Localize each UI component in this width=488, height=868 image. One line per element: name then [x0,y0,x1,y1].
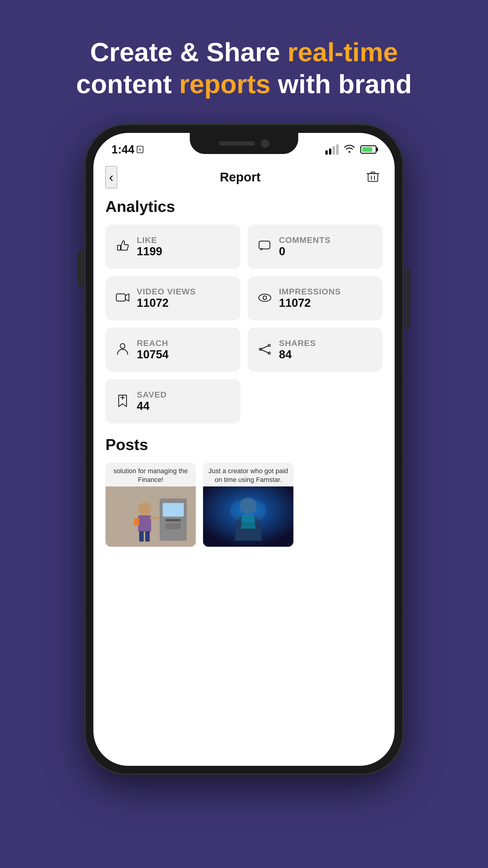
stat-label: COMMENTS [279,236,330,245]
battery-icon [360,145,377,154]
stat-info: COMMENTS 0 [279,236,330,258]
headline-accent-1: real-time [287,37,398,67]
stat-label: SAVED [137,390,167,400]
app-header: ‹ Report [105,160,383,197]
stat-info: SHARES 84 [279,338,316,361]
person-icon [115,341,131,359]
svg-rect-6 [259,241,270,249]
stat-card-shares: SHARES 84 [248,328,383,372]
post-caption-1: solution for managing the Finance! [105,463,196,487]
stat-card-reach: REACH 10754 [105,328,240,372]
page-title: Report [220,170,261,184]
thumbs-up-icon [115,238,131,255]
phone-screen: 1:44 [93,133,395,766]
stat-label: SHARES [279,338,316,348]
svg-rect-24 [138,516,151,532]
stat-row: SHARES 84 [257,338,373,361]
charge-icon [137,146,143,153]
stat-value: 1199 [137,245,162,258]
stat-card-comments: COMMENTS 0 [248,224,383,269]
svg-rect-27 [150,517,159,520]
front-camera [261,139,269,148]
stat-row: SAVED 44 [115,390,231,412]
stat-value: 10754 [137,348,169,361]
stat-row: REACH 10754 [115,338,231,361]
svg-point-9 [263,296,267,300]
trash-icon [366,179,380,184]
stats-grid: LIKE 1199 [105,224,383,424]
status-time: 1:44 [111,143,143,156]
stat-row: VIDEO VIEWS 11072 [115,287,231,310]
svg-rect-22 [166,523,181,529]
stat-info: SAVED 44 [137,390,167,412]
headline-accent-2: reports [179,69,270,99]
phone-device: 1:44 [84,124,404,775]
stat-info: VIDEO VIEWS 11072 [137,287,196,310]
stat-value: 84 [279,348,316,361]
analytics-title: Analytics [105,197,383,216]
svg-rect-5 [118,245,121,250]
stat-label: LIKE [137,236,162,245]
stat-info: IMPRESSIONS 11072 [279,287,341,310]
notch [190,133,298,154]
posts-grid: solution for managing the Finance! [105,463,383,547]
stat-value: 11072 [137,297,196,310]
delete-button[interactable] [363,167,383,187]
comment-icon [257,238,273,255]
stat-info: LIKE 1199 [137,236,162,258]
svg-rect-25 [139,531,144,541]
svg-rect-28 [134,518,139,526]
phone-frame: 1:44 [84,124,404,775]
back-button[interactable]: ‹ [105,166,117,188]
stat-row: IMPRESSIONS 11072 [257,287,373,310]
svg-rect-7 [116,294,125,301]
status-icons [325,144,377,155]
wifi-icon [344,144,355,155]
stat-card-saved: SAVED 44 [105,379,240,424]
stat-card-video-views: VIDEO VIEWS 11072 [105,276,240,320]
stat-card-like: LIKE 1199 [105,224,240,269]
eye-icon [257,290,273,307]
svg-point-8 [259,294,271,301]
stat-value: 44 [137,400,167,412]
svg-rect-1 [368,174,378,181]
posts-section: Posts solution for managing the Finance! [105,435,383,547]
svg-point-31 [230,498,266,523]
bookmark-icon [115,393,131,410]
share-icon [257,341,273,359]
analytics-section: Analytics [105,197,383,424]
post-card-1[interactable]: solution for managing the Finance! [105,463,196,547]
svg-rect-21 [166,519,181,521]
stat-card-impressions: IMPRESSIONS 11072 [248,276,383,320]
post-image-1 [105,487,196,547]
signal-icon [325,144,338,155]
svg-rect-26 [145,531,150,541]
svg-point-10 [120,344,125,348]
svg-point-23 [138,502,151,516]
app-content: ‹ Report [93,160,395,766]
post-card-2[interactable]: Just a creator who got paid on time usin… [203,463,293,547]
speaker [219,141,255,146]
post-image-2 [203,487,293,547]
stat-row: LIKE 1199 [115,236,231,258]
headline-text: Create & Share real-timecontent reports … [76,37,412,99]
stat-label: VIDEO VIEWS [137,287,196,297]
stat-row: COMMENTS 0 [257,236,373,258]
stat-label: REACH [137,338,169,348]
svg-rect-20 [163,503,184,517]
video-icon [115,290,131,307]
posts-title: Posts [105,435,383,454]
post-caption-2: Just a creator who got paid on time usin… [203,463,293,487]
stat-info: REACH 10754 [137,338,169,361]
stat-value: 11072 [279,297,341,310]
stat-value: 0 [279,245,330,258]
stat-label: IMPRESSIONS [279,287,341,297]
headline: Create & Share real-timecontent reports … [52,36,436,100]
